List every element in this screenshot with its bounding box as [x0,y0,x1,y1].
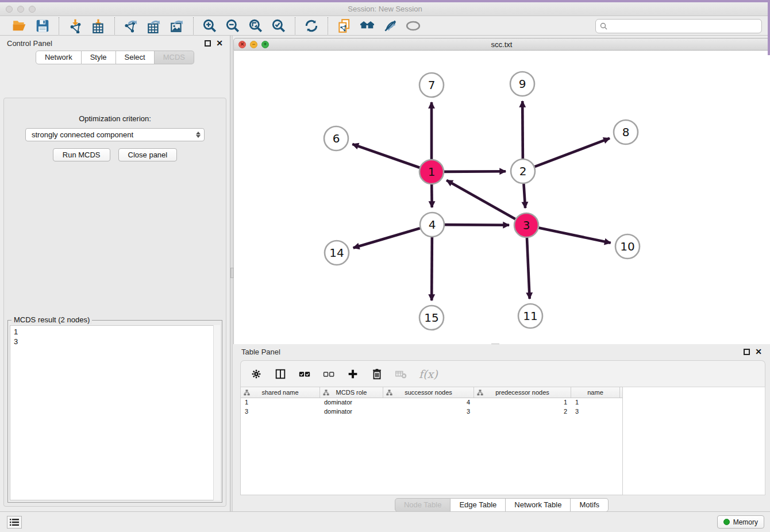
mcds-result-list[interactable]: 1 3 [10,325,220,500]
graph-edge-4-14[interactable] [353,228,420,248]
close-panel-icon[interactable]: ✕ [216,40,223,47]
close-panel-button[interactable]: Close panel [118,148,178,161]
optimization-criterion-value: strongly connected component [32,130,196,139]
mcds-result-group: MCDS result (2 nodes) 1 3 [7,320,222,503]
column-header-predecessor-nodes[interactable]: predecessor nodes [474,387,571,398]
table-cell[interactable]: dominator [320,407,383,417]
task-history-button[interactable] [7,516,22,529]
tab-mcds[interactable]: MCDS [155,51,194,64]
tab-network[interactable]: Network [36,51,82,64]
table-tab-motifs[interactable]: Motifs [571,498,609,512]
search-box[interactable] [595,19,762,33]
zoom-out-button[interactable] [224,18,242,34]
network-canvas[interactable]: 7968124314101511 [233,51,770,344]
column-header-name[interactable]: name [571,387,620,398]
graph-edge-4-3[interactable] [445,225,509,225]
export-image-button[interactable] [168,18,186,34]
column-label: name [587,389,603,396]
toolbar-separator [114,17,115,34]
tab-select[interactable]: Select [116,51,155,64]
table-cell[interactable]: 1 [474,398,571,407]
graph-node-2[interactable]: 2 [511,159,535,183]
table-row[interactable]: 1dominator411 [241,398,622,407]
zoom-fit-button[interactable] [247,18,265,34]
graph-node-label: 8 [622,125,630,139]
column-label: MCDS role [336,389,367,396]
result-scrollbar[interactable] [213,325,220,500]
add-column-button[interactable] [346,365,359,383]
copy-network-button[interactable] [335,18,353,34]
graph-node-3[interactable]: 3 [514,213,538,237]
optimization-criterion-select[interactable]: strongly connected component [25,128,205,141]
export-table-button[interactable] [145,18,163,34]
table-tab-edge-table[interactable]: Edge Table [451,498,506,512]
graph-node-8[interactable]: 8 [614,120,638,144]
graph-edge-2-3[interactable] [523,184,525,208]
show-graphics-details-icon [383,18,398,33]
table-tab-network-table[interactable]: Network Table [506,498,571,512]
graph-edge-3-11[interactable] [527,238,530,299]
graph-node-6[interactable]: 6 [324,126,348,151]
table-cell[interactable]: 3 [241,407,320,417]
graph-node-15[interactable]: 15 [419,306,444,330]
graph-edge-3-1[interactable] [446,180,515,219]
delete-column-button[interactable] [371,365,383,383]
open-file-button[interactable] [10,18,29,34]
home-view-button[interactable] [358,18,376,34]
column-label: shared name [261,389,298,396]
table-cell[interactable]: 3 [571,407,620,417]
table-settings-gear-button[interactable] [250,365,263,383]
memory-button[interactable]: Memory [717,515,764,529]
graph-edge-3-10[interactable] [539,228,611,243]
column-layout-button[interactable] [274,365,287,383]
apply-layout-button[interactable] [302,18,321,34]
node-table[interactable]: shared nameMCDS rolesuccessor nodesprede… [240,387,623,495]
search-input[interactable] [609,21,761,32]
table-cell[interactable]: 2 [474,407,571,417]
column-header-shared-name[interactable]: shared name [241,387,320,398]
table-cell[interactable]: dominator [320,398,383,407]
optimization-criterion-label: Optimization criterion: [4,114,226,123]
graph-edge-1-6[interactable] [352,144,419,168]
table-cell[interactable]: 3 [383,407,474,417]
tab-style[interactable]: Style [82,51,116,64]
graph-node-label: 4 [429,218,436,232]
network-window-titlebar[interactable]: ✕ − + scc.txt [233,38,770,51]
hide-graphics-details-button[interactable] [404,18,422,34]
column-header-MCDS-role[interactable]: MCDS role [320,387,383,398]
graph-edge-1-2[interactable] [444,171,506,172]
graph-edge-2-8[interactable] [535,138,610,167]
zoom-selected-button[interactable] [270,18,288,34]
float-table-panel-icon[interactable] [744,349,750,355]
close-table-panel-icon[interactable]: ✕ [755,349,762,355]
graph-node-10[interactable]: 10 [615,234,640,259]
select-all-columns-button[interactable] [298,365,311,383]
graph-node-14[interactable]: 14 [325,241,349,265]
graph-node-4[interactable]: 4 [420,213,444,237]
graph-edge-4-15[interactable] [432,237,432,300]
table-row[interactable]: 3dominator323 [241,407,622,417]
table-toolbar: f(x) [240,360,765,387]
export-network-button[interactable] [122,18,140,34]
table-tab-node-table[interactable]: Node Table [395,498,451,512]
column-header-successor-nodes[interactable]: successor nodes [383,387,474,398]
deselect-all-columns-button[interactable] [322,365,335,383]
graph-node-7[interactable]: 7 [419,73,444,97]
graph-node-9[interactable]: 9 [510,72,534,96]
toolbar-separator [295,17,295,34]
vertical-splitter-handle[interactable] [230,268,234,278]
window-titlebar[interactable]: Session: New Session [0,2,770,16]
table-cell[interactable]: 4 [383,398,474,407]
save-session-button[interactable] [33,18,52,34]
graph-node-11[interactable]: 11 [518,304,542,328]
table-cell[interactable]: 1 [571,398,620,407]
float-panel-icon[interactable] [205,40,211,47]
zoom-in-button[interactable] [201,18,219,34]
run-mcds-button[interactable]: Run MCDS [53,148,110,161]
graph-edge-2-9[interactable] [522,101,523,159]
show-graphics-details-button[interactable] [381,18,399,34]
import-table-button[interactable] [89,18,107,34]
table-cell[interactable]: 1 [241,398,320,407]
graph-node-1[interactable]: 1 [419,160,444,184]
import-network-button[interactable] [66,18,84,34]
